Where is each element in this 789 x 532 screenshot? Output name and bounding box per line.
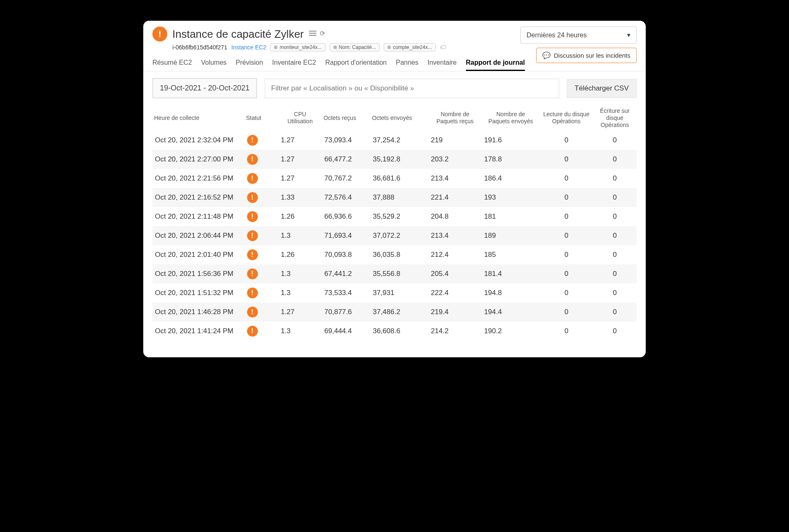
cell-bytes-rx: 66,936.6 xyxy=(322,207,370,226)
col-status[interactable]: Statut xyxy=(245,105,279,131)
filter-input[interactable] xyxy=(265,78,559,98)
cell-time: Oct 20, 2021 2:06:44 PM xyxy=(152,226,245,245)
cell-bytes-tx: 35,192.8 xyxy=(370,150,429,169)
table-row: Oct 20, 2021 2:01:40 PM!1.2670,093.836,0… xyxy=(152,245,637,264)
cell-bytes-rx: 69,444.4 xyxy=(322,322,370,341)
col-bytes-tx[interactable]: Octets envoyés xyxy=(370,105,429,131)
cell-bytes-rx: 73,093.4 xyxy=(322,131,370,150)
instance-id: i-06b6fb615d540f271 xyxy=(172,44,227,51)
col-packets-tx[interactable]: Nombre dePaquets envoyés xyxy=(482,105,540,131)
cell-disk-read: 0 xyxy=(540,169,593,188)
table-row: Oct 20, 2021 2:27:00 PM!1.2766,477.235,1… xyxy=(152,150,637,169)
tab-pannes[interactable]: Pannes xyxy=(396,56,418,71)
cell-disk-read: 0 xyxy=(540,322,593,341)
col-disk-write[interactable]: Écriture surdisqueOpérations xyxy=(593,105,637,131)
cell-bytes-rx: 71,693.4 xyxy=(322,226,370,245)
cell-bytes-tx: 37,931 xyxy=(370,283,429,303)
tags-icon[interactable]: 🏷 xyxy=(440,44,446,51)
instance-type-link[interactable]: Instance EC2 xyxy=(231,44,266,51)
cell-disk-read: 0 xyxy=(540,283,593,303)
refresh-icon[interactable]: ⟳ xyxy=(320,29,325,39)
warning-icon: ! xyxy=(247,249,258,260)
cell-packets-rx: 213.4 xyxy=(429,226,482,245)
cell-bytes-rx: 73,533.4 xyxy=(322,283,370,303)
cell-time: Oct 20, 2021 2:27:00 PM xyxy=(152,150,245,169)
cell-disk-write: 0 xyxy=(593,207,637,226)
tab-pr-vision[interactable]: Prévision xyxy=(236,56,263,71)
cell-status: ! xyxy=(245,283,279,303)
cell-packets-rx: 212.4 xyxy=(429,245,482,264)
cell-packets-rx: 205.4 xyxy=(429,264,482,283)
log-report-table: Heure de collecte Statut CPUUtilisation … xyxy=(152,105,637,341)
cell-status: ! xyxy=(245,150,279,169)
cell-disk-read: 0 xyxy=(540,150,593,169)
cell-cpu: 1.27 xyxy=(278,150,322,169)
cell-packets-rx: 219.4 xyxy=(429,303,482,322)
cell-disk-read: 0 xyxy=(540,303,593,322)
cell-cpu: 1.3 xyxy=(278,322,322,341)
col-time[interactable]: Heure de collecte xyxy=(152,105,245,131)
warning-icon: ! xyxy=(247,154,258,165)
cell-status: ! xyxy=(245,131,279,150)
cell-bytes-rx: 67,441.2 xyxy=(322,264,370,283)
cell-time: Oct 20, 2021 1:56:36 PM xyxy=(152,264,245,283)
date-range-picker[interactable]: 19-Oct-2021 - 20-Oct-2021 xyxy=(152,78,257,98)
cell-time: Oct 20, 2021 2:11:48 PM xyxy=(152,207,245,226)
cell-disk-write: 0 xyxy=(593,322,637,341)
time-range-select[interactable]: Dernières 24 heures ▾ xyxy=(520,27,637,44)
discuss-incidents-button[interactable]: 💬 Discussion sur les incidents xyxy=(536,48,637,63)
cell-packets-tx: 193 xyxy=(482,188,540,207)
table-row: Oct 20, 2021 1:46:28 PM!1.2770,877.637,4… xyxy=(152,303,637,322)
col-cpu[interactable]: CPUUtilisation xyxy=(278,105,322,131)
cell-bytes-tx: 37,254.2 xyxy=(370,131,429,150)
cell-bytes-rx: 66,477.2 xyxy=(322,150,370,169)
cell-cpu: 1.27 xyxy=(278,131,322,150)
menu-icon[interactable] xyxy=(309,29,316,39)
cell-packets-tx: 194.4 xyxy=(482,303,540,322)
cell-bytes-tx: 36,035.8 xyxy=(370,245,429,264)
table-row: Oct 20, 2021 1:56:36 PM!1.367,441.235,55… xyxy=(152,264,637,283)
col-disk-read[interactable]: Lecture du disqueOpérations xyxy=(540,105,593,131)
cell-status: ! xyxy=(245,188,279,207)
warning-icon: ! xyxy=(247,173,258,184)
tag-pill[interactable]: moniteur_site24x... xyxy=(270,43,325,51)
cell-packets-tx: 186.4 xyxy=(482,169,540,188)
cell-disk-read: 0 xyxy=(540,188,593,207)
cell-disk-write: 0 xyxy=(593,169,637,188)
cell-disk-write: 0 xyxy=(593,226,637,245)
cell-status: ! xyxy=(245,245,279,264)
tab-inventaire-ec2[interactable]: Inventaire EC2 xyxy=(272,56,316,71)
cell-cpu: 1.3 xyxy=(278,283,322,303)
cell-bytes-tx: 36,681.6 xyxy=(370,169,429,188)
cell-disk-read: 0 xyxy=(540,207,593,226)
cell-time: Oct 20, 2021 2:32:04 PM xyxy=(152,131,245,150)
col-bytes-rx[interactable]: Octets reçus xyxy=(322,105,370,131)
tab-r-sum-ec2[interactable]: Résumé EC2 xyxy=(152,56,192,71)
cell-packets-tx: 181.4 xyxy=(482,264,540,283)
cell-disk-read: 0 xyxy=(540,245,593,264)
cell-bytes-tx: 35,556.8 xyxy=(370,264,429,283)
cell-status: ! xyxy=(245,303,279,322)
warning-icon: ! xyxy=(247,307,258,317)
col-packets-rx[interactable]: Nombre dePaquets reçus xyxy=(429,105,482,131)
cell-time: Oct 20, 2021 1:51:32 PM xyxy=(152,283,245,303)
cell-cpu: 1.33 xyxy=(278,188,322,207)
table-row: Oct 20, 2021 1:41:24 PM!1.369,444.436,60… xyxy=(152,322,637,341)
cell-packets-tx: 185 xyxy=(482,245,540,264)
tag-pill[interactable]: Nom: Capacité... xyxy=(330,43,380,51)
cell-disk-write: 0 xyxy=(593,245,637,264)
cell-disk-write: 0 xyxy=(593,188,637,207)
warning-icon: ! xyxy=(247,192,258,203)
cell-packets-rx: 203.2 xyxy=(429,150,482,169)
tab-rapport-d-orientation[interactable]: Rapport d'orientation xyxy=(325,56,387,71)
tab-volumes[interactable]: Volumes xyxy=(201,56,226,71)
tab-rapport-de-journal[interactable]: Rapport de journal xyxy=(466,56,525,71)
cell-packets-tx: 181 xyxy=(482,207,540,226)
warning-icon: ! xyxy=(247,268,258,279)
tab-inventaire[interactable]: Inventaire xyxy=(428,56,457,71)
cell-packets-tx: 190.2 xyxy=(482,322,540,341)
cell-status: ! xyxy=(245,264,279,283)
cell-status: ! xyxy=(245,322,279,341)
download-csv-button[interactable]: Télécharger CSV xyxy=(567,79,637,98)
tag-pill[interactable]: compte_site24x... xyxy=(384,43,436,51)
